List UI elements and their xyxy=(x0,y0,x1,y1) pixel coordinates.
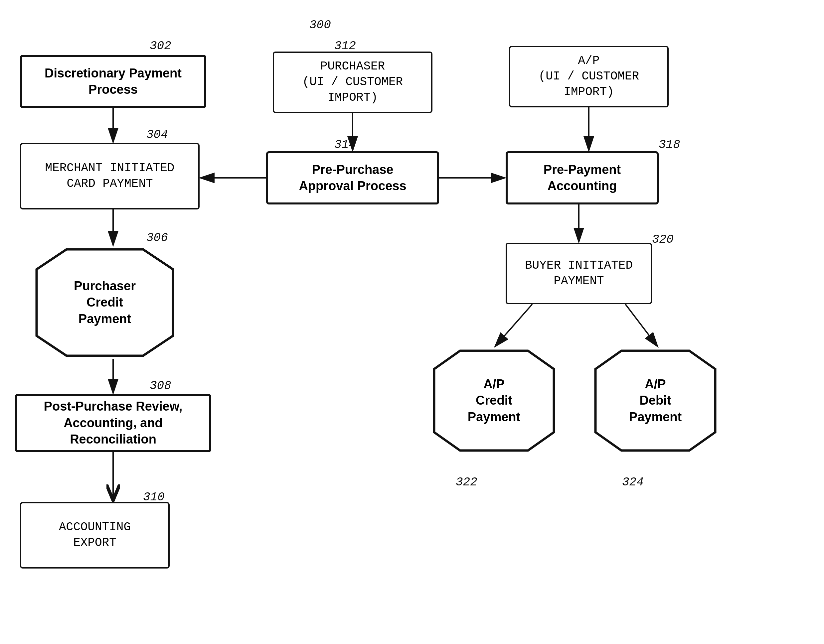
svg-line-13 xyxy=(496,304,532,346)
ref-302: 302 xyxy=(150,39,171,53)
node-306-label: PurchaserCreditPayment xyxy=(74,278,136,327)
node-306: PurchaserCreditPayment xyxy=(33,246,176,359)
ref-322: 322 xyxy=(456,475,477,489)
node-322: A/PCreditPayment xyxy=(431,347,557,454)
ref-304: 304 xyxy=(146,128,168,142)
ref-306: 306 xyxy=(146,231,168,245)
diagram: 300 302 Discretionary Payment Process 30… xyxy=(0,0,824,644)
node-316: A/P(UI / CUSTOMER IMPORT) xyxy=(509,46,669,107)
node-310: ACCOUNTINGEXPORT xyxy=(20,502,170,569)
node-314: Pre-PurchaseApproval Process xyxy=(266,151,439,204)
ref-324: 324 xyxy=(622,475,644,489)
node-312-label: PURCHASER(UI / CUSTOMER IMPORT) xyxy=(277,59,428,106)
node-318-label: Pre-PaymentAccounting xyxy=(544,162,621,195)
svg-line-14 xyxy=(626,304,657,346)
node-320: BUYER INITIATEDPAYMENT xyxy=(506,243,652,304)
node-314-label: Pre-PurchaseApproval Process xyxy=(299,162,406,195)
node-322-label: A/PCreditPayment xyxy=(468,376,520,425)
node-324-label: A/PDebitPayment xyxy=(629,376,682,425)
node-304: MERCHANT INITIATEDCARD PAYMENT xyxy=(20,143,200,210)
node-302-label: Discretionary Payment Process xyxy=(25,65,201,98)
node-308: Post-Purchase Review,Accounting, and Rec… xyxy=(15,394,211,452)
node-318: Pre-PaymentAccounting xyxy=(506,151,659,204)
node-310-label: ACCOUNTINGEXPORT xyxy=(59,520,131,551)
node-304-label: MERCHANT INITIATEDCARD PAYMENT xyxy=(45,161,175,192)
node-320-label: BUYER INITIATEDPAYMENT xyxy=(525,258,633,289)
ref-312: 312 xyxy=(334,39,356,53)
ref-314: 314 xyxy=(334,138,356,152)
node-312: PURCHASER(UI / CUSTOMER IMPORT) xyxy=(273,52,432,113)
ref-308: 308 xyxy=(150,379,171,393)
node-308-label: Post-Purchase Review,Accounting, and Rec… xyxy=(20,398,206,448)
ref-320: 320 xyxy=(652,233,673,246)
ref-300: 300 xyxy=(309,18,331,32)
node-316-label: A/P(UI / CUSTOMER IMPORT) xyxy=(513,53,664,100)
ref-318: 318 xyxy=(659,138,680,152)
node-302: Discretionary Payment Process xyxy=(20,55,206,108)
node-324: A/PDebitPayment xyxy=(592,347,718,454)
